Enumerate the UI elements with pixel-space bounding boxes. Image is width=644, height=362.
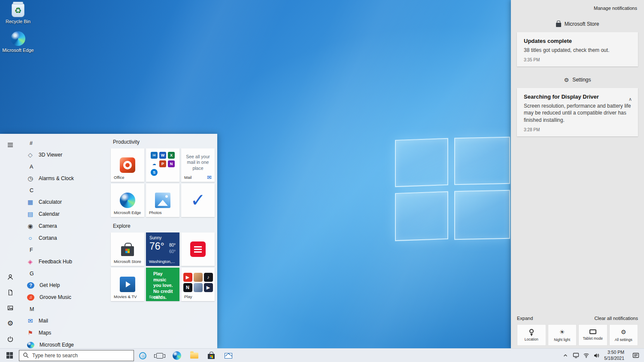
app-section-letter-c[interactable]: C <box>21 184 109 196</box>
tray-volume-icon[interactable] <box>591 349 601 362</box>
app-list-item-get-help[interactable]: Get Help <box>21 279 109 291</box>
notification-icon <box>632 352 639 359</box>
app-section-letter-f[interactable]: F <box>21 244 109 256</box>
app-section-letter-a[interactable]: A <box>21 161 109 172</box>
collapse-chevron-icon[interactable]: ∧ <box>629 97 632 102</box>
app-list-item-groove-music[interactable]: Groove Music <box>21 291 109 303</box>
search-input[interactable] <box>32 353 130 359</box>
start-button[interactable] <box>0 349 19 362</box>
mini-app-icon: P <box>159 160 166 167</box>
app-list-item-mail[interactable]: Mail <box>21 315 109 327</box>
notification-time: 3:28 PM <box>524 127 631 132</box>
taskbar-button-mail[interactable] <box>220 349 237 362</box>
taskbar: 3:50 PM 5/18/2021 <box>0 348 644 362</box>
app-list-item-feedback-hub[interactable]: Feedback Hub <box>21 256 109 268</box>
tile-news[interactable] <box>181 232 215 266</box>
start-power-button[interactable] <box>0 331 21 347</box>
tile-label: Office <box>114 175 125 180</box>
app-list-item-calendar[interactable]: Calendar <box>21 208 109 220</box>
desktop-icon-recycle-bin[interactable]: ♻Recycle Bin <box>2 3 34 24</box>
app-label: Maps <box>39 330 51 336</box>
tile-photos[interactable]: Photos <box>146 184 179 217</box>
notification-group-header-microsoft-store[interactable]: Microsoft Store <box>517 21 638 27</box>
start-pictures-button[interactable] <box>0 300 21 316</box>
edge-icon <box>27 342 34 348</box>
tile-label: Photos <box>149 210 162 215</box>
quick-action-all-settings[interactable]: ⚙All settings <box>609 324 638 346</box>
mini-app-icon: N <box>168 160 175 167</box>
feedback-icon <box>27 258 34 265</box>
all-settings-icon: ⚙ <box>621 329 626 335</box>
app-section-letter-g[interactable]: G <box>21 268 109 279</box>
taskbar-button-edge[interactable] <box>168 349 185 362</box>
quick-actions: Location☀Night lightTablet mode⚙All sett… <box>517 324 638 346</box>
tile-movies-tv[interactable]: Movies & TV <box>111 268 144 301</box>
taskbar-button-microsoft-store[interactable] <box>203 349 220 362</box>
store-icon <box>121 246 134 256</box>
clear-all-notifications-link[interactable]: Clear all notifications <box>595 316 638 321</box>
start-user-button[interactable] <box>0 269 21 285</box>
tile-spotify[interactable]: Play music you love. No credit cards.Spo… <box>146 268 179 301</box>
user-icon <box>7 274 14 281</box>
settings-icon: ⚙ <box>564 77 569 83</box>
taskbar-button-cortana[interactable] <box>134 349 151 362</box>
tile-mail[interactable]: See all your mail in one place✉Mail <box>181 148 215 182</box>
app-list-item-microsoft-edge[interactable]: Microsoft Edge <box>21 339 109 348</box>
quick-action-night-light[interactable]: ☀Night light <box>548 324 577 346</box>
gethelp-icon <box>27 282 34 289</box>
taskbar-search[interactable] <box>19 350 134 361</box>
start-documents-button[interactable] <box>0 285 21 300</box>
desktop-icon-microsoft-edge[interactable]: Microsoft Edge <box>2 31 34 53</box>
tile-play[interactable]: ▶♪N▶Play <box>181 268 215 301</box>
notification-card[interactable]: Updates complete38 titles got updated, c… <box>517 32 638 66</box>
tile-group-title-explore[interactable]: Explore <box>113 223 216 229</box>
tray-network-icon[interactable] <box>581 349 591 362</box>
maps-icon <box>27 329 34 337</box>
tile-microsoft-store[interactable]: Microsoft Store <box>111 232 144 266</box>
mini-app-icon: ♪ <box>204 273 213 282</box>
quick-action-label: Tablet mode <box>583 336 603 341</box>
tile-microsoft-edge[interactable]: Microsoft Edge <box>111 184 144 217</box>
taskbar-button-task-view[interactable] <box>151 349 168 362</box>
app-list-item-alarms-clock[interactable]: Alarms & Clock <box>21 172 109 184</box>
alarms-icon <box>27 175 34 182</box>
app-list-item-calculator[interactable]: Calculator <box>21 196 109 208</box>
expand-link[interactable]: Expand <box>517 316 533 321</box>
app-list-item-3d-viewer[interactable]: 3D Viewer <box>21 149 109 161</box>
tile-m365[interactable]: ✉WX☁PNS <box>146 148 179 182</box>
movies-icon <box>120 277 135 292</box>
notification-group-title: Microsoft Store <box>565 21 599 27</box>
notification-card[interactable]: Searching for Display DriverScreen resol… <box>517 88 638 136</box>
tray-chevron-up-icon[interactable] <box>560 349 571 362</box>
notification-body: Screen resolution, performance and batte… <box>524 103 631 124</box>
todo-icon <box>190 193 206 208</box>
windows-start-icon <box>6 352 13 359</box>
start-expand-button[interactable] <box>0 137 21 153</box>
taskbar-button-file-explorer[interactable] <box>185 349 203 362</box>
app-list-item-cortana[interactable]: Cortana <box>21 232 109 244</box>
quick-action-location[interactable]: Location <box>517 324 546 346</box>
start-settings-button[interactable]: ⚙ <box>0 316 21 331</box>
app-section-letter-m[interactable]: M <box>21 303 109 315</box>
tile-group-title-productivity[interactable]: Productivity <box>113 139 216 145</box>
taskbar-clock[interactable]: 3:50 PM 5/18/2021 <box>601 350 628 361</box>
action-center-button[interactable] <box>628 349 644 362</box>
action-center-footer: Expand Clear all notifications <box>517 316 638 321</box>
mail-icon <box>27 317 34 325</box>
tile-label: Spotify <box>149 294 161 299</box>
app-label: Alarms & Clock <box>39 175 74 181</box>
cortana-icon <box>27 235 34 242</box>
app-label: Cortana <box>39 235 57 241</box>
notification-body: 38 titles got updated, check them out. <box>524 47 631 54</box>
tile-office[interactable]: Office <box>111 148 144 182</box>
manage-notifications-link[interactable]: Manage notifications <box>517 0 638 11</box>
tile-todo[interactable] <box>181 184 215 217</box>
quick-action-tablet-mode[interactable]: Tablet mode <box>578 324 608 346</box>
notification-group-header-settings[interactable]: ⚙Settings <box>517 77 638 83</box>
app-section-letter-hash[interactable]: # <box>21 137 109 149</box>
tile-washington[interactable]: Sunny76°80°60°Washington,... <box>146 232 179 266</box>
app-list-item-camera[interactable]: Camera <box>21 220 109 232</box>
app-label: Camera <box>39 223 57 229</box>
tray-display-icon[interactable] <box>571 349 581 362</box>
app-list-item-maps[interactable]: Maps <box>21 327 109 339</box>
